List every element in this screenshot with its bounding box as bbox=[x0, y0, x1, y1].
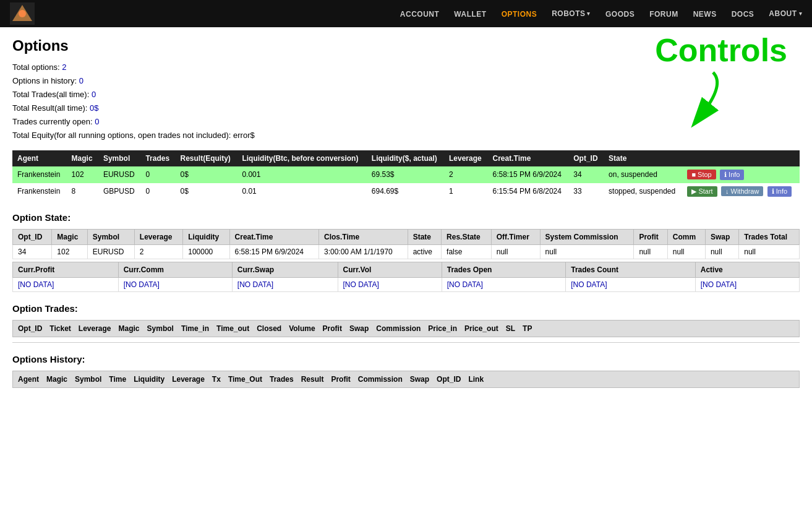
option-state-table: Opt_ID Magic Symbol Leverage Liquidity C… bbox=[12, 229, 800, 259]
sub-curr-comm: Curr.Comm bbox=[118, 262, 232, 277]
col-opt-id: Opt_ID bbox=[568, 150, 604, 166]
th-time-out: Time_out bbox=[216, 324, 249, 333]
sub-curr-profit: Curr.Profit bbox=[13, 262, 119, 277]
os-col-resstate: Res.State bbox=[442, 229, 492, 244]
sub-curr-swap: Curr.Swap bbox=[232, 262, 338, 277]
os-syscomm: null bbox=[540, 244, 634, 259]
cell-result: 0$ bbox=[176, 183, 237, 200]
nav-goods[interactable]: GOODS bbox=[605, 10, 635, 19]
hh-trades: Trades bbox=[270, 375, 294, 384]
col-trades: Trades bbox=[140, 150, 175, 166]
robots-chevron-icon: ▾ bbox=[587, 11, 591, 17]
hh-profit: Profit bbox=[331, 375, 350, 384]
cell-agent: Frankenstein bbox=[12, 166, 67, 183]
stat-trades-open: Trades currently open: 0 bbox=[12, 115, 800, 129]
sub-curr-vol-val: [NO DATA] bbox=[338, 277, 442, 291]
nav-robots[interactable]: ROBOTS ▾ bbox=[552, 9, 591, 18]
os-col-leverage: Leverage bbox=[134, 229, 182, 244]
info-icon: ℹ bbox=[724, 171, 727, 179]
hh-symbol: Symbol bbox=[75, 375, 101, 384]
info-icon-2: ℹ bbox=[772, 187, 774, 196]
cell-trades: 0 bbox=[140, 166, 175, 183]
stats-block: Total options: 2 Options in history: 0 T… bbox=[12, 61, 800, 143]
os-comm: null bbox=[667, 244, 705, 259]
withdraw-button[interactable]: ↓ Withdraw bbox=[721, 186, 763, 196]
nav-options[interactable]: OPTIONS bbox=[502, 10, 537, 19]
hh-liquidity: Liquidity bbox=[134, 375, 165, 384]
cell-leverage: 2 bbox=[444, 166, 488, 183]
th-tp: TP bbox=[523, 324, 532, 333]
start-button[interactable]: ▶ Start bbox=[687, 186, 717, 197]
th-ticket: Ticket bbox=[49, 324, 71, 333]
logo[interactable] bbox=[10, 2, 37, 25]
info-button[interactable]: ℹ Info bbox=[720, 170, 744, 180]
th-price-out: Price_out bbox=[464, 324, 498, 333]
nav-news[interactable]: NEWS bbox=[693, 10, 717, 19]
os-liquidity: 100000 bbox=[183, 244, 229, 259]
os-symbol: EURUSD bbox=[87, 244, 134, 259]
table-row: Frankenstein 102 EURUSD 0 0$ 0.001 69.53… bbox=[12, 166, 800, 183]
sub-trades-open-val: [NO DATA] bbox=[442, 277, 566, 291]
th-price-in: Price_in bbox=[428, 324, 457, 333]
hh-time: Time bbox=[109, 375, 126, 384]
col-agent: Agent bbox=[12, 150, 67, 166]
sub-active: Active bbox=[695, 262, 799, 277]
cell-trades: 0 bbox=[140, 183, 175, 200]
cell-liq-usd: 69.53$ bbox=[367, 166, 444, 183]
nav-forum[interactable]: FORUM bbox=[649, 10, 678, 19]
os-col-clos: Clos.Time bbox=[319, 229, 408, 244]
th-sl: SL bbox=[506, 324, 515, 333]
th-optid: Opt_ID bbox=[18, 324, 42, 333]
col-controls bbox=[682, 150, 800, 166]
cell-creat-time: 6:58:15 PM 6/9/2024 bbox=[488, 166, 569, 183]
th-time-in: Time_in bbox=[181, 324, 209, 333]
os-resstate: false bbox=[442, 244, 492, 259]
cell-symbol: GBPUSD bbox=[98, 183, 140, 200]
option-trades-section: Option Trades: Opt_ID Ticket Leverage Ma… bbox=[12, 303, 800, 343]
os-col-offtimer: Off.Timer bbox=[491, 229, 540, 244]
sub-curr-comm-val: [NO DATA] bbox=[118, 277, 232, 291]
options-history-section: Options History: Agent Magic Symbol Time… bbox=[12, 354, 800, 388]
th-volume: Volume bbox=[289, 324, 315, 333]
os-col-symbol: Symbol bbox=[87, 229, 134, 244]
nav-account[interactable]: ACCOUNT bbox=[400, 10, 440, 19]
th-commission: Commission bbox=[376, 324, 421, 333]
table-row: [NO DATA] [NO DATA] [NO DATA] [NO DATA] … bbox=[13, 277, 800, 291]
col-state: State bbox=[604, 150, 682, 166]
option-state-section: Option State: Opt_ID Magic Symbol Levera… bbox=[12, 212, 800, 292]
th-symbol: Symbol bbox=[147, 324, 174, 333]
os-col-liquidity: Liquidity bbox=[183, 229, 229, 244]
os-offtimer: null bbox=[491, 244, 540, 259]
stop-button[interactable]: ■ Stop bbox=[687, 170, 716, 179]
sub-curr-vol: Curr.Vol bbox=[338, 262, 442, 277]
sub-trades-count: Trades Count bbox=[566, 262, 695, 277]
os-magic: 102 bbox=[52, 244, 87, 259]
nav-docs[interactable]: DOCS bbox=[732, 10, 754, 19]
table-row: Frankenstein 8 GBPUSD 0 0$ 0.01 694.69$ … bbox=[12, 183, 800, 200]
main-options-table: Agent Magic Symbol Trades Result(Equity)… bbox=[12, 150, 800, 200]
os-tradestotal: null bbox=[739, 244, 800, 259]
os-state: active bbox=[408, 244, 441, 259]
cell-symbol: EURUSD bbox=[98, 166, 140, 183]
hh-link: Link bbox=[468, 375, 484, 384]
sub-trades-open: Trades Open bbox=[442, 262, 566, 277]
about-chevron-icon: ▾ bbox=[799, 11, 803, 17]
col-liquidity-usd: Liquidity($, actual) bbox=[367, 150, 444, 166]
cell-opt-id: 33 bbox=[568, 183, 604, 200]
stat-equity: Total Equity(for all running options, op… bbox=[12, 129, 800, 142]
os-col-profit: Profit bbox=[634, 229, 667, 244]
os-optid: 34 bbox=[13, 244, 52, 259]
nav-wallet[interactable]: WALLET bbox=[454, 10, 486, 19]
hh-agent: Agent bbox=[18, 375, 39, 384]
page-content: Options Total options: 2 Options in hist… bbox=[0, 27, 812, 398]
nav-about[interactable]: ABOUT ▾ bbox=[769, 9, 802, 18]
th-closed: Closed bbox=[257, 324, 281, 333]
option-state-title: Option State: bbox=[12, 212, 800, 223]
info-button-2[interactable]: ℹ Info bbox=[767, 186, 792, 197]
hh-magic: Magic bbox=[46, 375, 67, 384]
stat-result-all: Total Result(all time): 0$ bbox=[12, 101, 800, 115]
cell-state: stopped, suspended bbox=[604, 183, 682, 200]
os-col-comm: Comm bbox=[667, 229, 705, 244]
svg-point-2 bbox=[19, 10, 26, 17]
cell-liq-btc: 0.001 bbox=[237, 166, 366, 183]
